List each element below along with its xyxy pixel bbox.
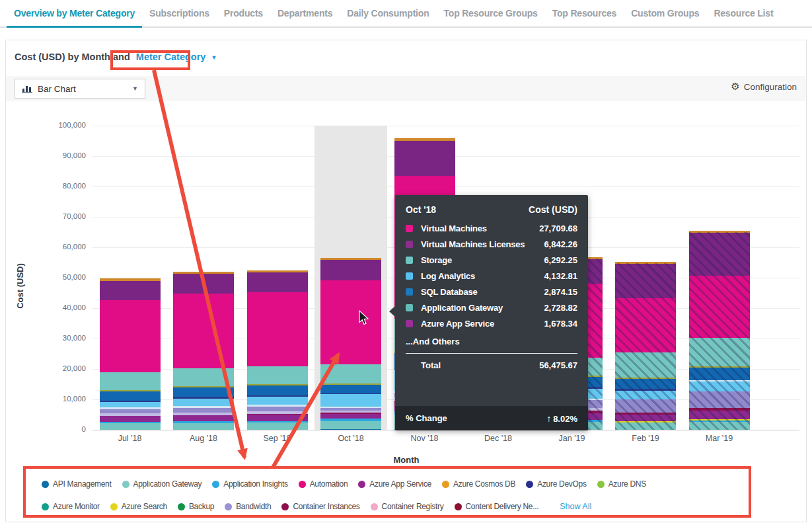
tooltip-row-value: 6,842.26	[544, 239, 577, 249]
tooltip-change-value: 8.02%	[553, 414, 577, 424]
tooltip-change-label: % Change	[406, 413, 447, 423]
legend-row-1: API ManagementApplication GatewayApplica…	[42, 475, 646, 493]
legend-item-label: Azure DNS	[609, 479, 646, 489]
y-tick-label: 20,000	[45, 364, 86, 372]
legend-item-label: Container Registry	[382, 502, 444, 511]
x-tick-aug-18: Aug '18	[174, 434, 233, 443]
legend-swatch-icon	[406, 241, 413, 248]
legend-item-api-management[interactable]: API Management	[42, 479, 112, 489]
tab-top-resources[interactable]: Top Resources	[545, 0, 624, 28]
y-axis-title: Cost (USD)	[15, 247, 25, 326]
legend-item-label: Azure App Service	[369, 479, 431, 489]
x-tick-sep-18: Sep '18	[248, 434, 307, 443]
y-tick-label: 10,000	[45, 395, 86, 403]
x-tick-dec-18: Dec '18	[468, 434, 528, 443]
bar-oct-18[interactable]	[320, 258, 381, 430]
tab-overview-by-meter-category[interactable]: Overview by Meter Category	[7, 0, 142, 28]
bar-jul-18[interactable]	[100, 278, 161, 430]
tooltip-row-virtual-machines: Virtual Machines27,709.68	[395, 220, 588, 236]
tab-top-resource-groups[interactable]: Top Resource Groups	[437, 0, 545, 28]
legend-item-label: Container Instances	[293, 502, 359, 511]
y-tick-label: 60,000	[45, 243, 86, 251]
y-tick-label: 30,000	[45, 334, 86, 342]
tooltip-row-label: Log Analytics	[421, 271, 544, 281]
show-all-link[interactable]: Show All	[560, 502, 591, 511]
tooltip-row-sql-database: SQL Database2,874.15	[395, 284, 588, 300]
legend-item-bandwidth[interactable]: Bandwidth	[225, 502, 271, 511]
tooltip-row-storage: Storage6,292.25	[395, 252, 588, 268]
legend-item-automation[interactable]: Automation	[299, 479, 348, 489]
legend-item-application-insights[interactable]: Application Insights	[212, 479, 287, 489]
tooltip-total-label: Total	[406, 360, 441, 370]
bar-feb-19[interactable]	[615, 262, 676, 430]
y-tick-label: 40,000	[45, 303, 86, 311]
legend-swatch-icon	[406, 304, 413, 311]
legend-dot-icon	[225, 503, 232, 510]
bar-segment-appGateway	[100, 423, 161, 430]
legend-dot-icon	[455, 503, 462, 510]
bar-segment-appGateway	[247, 422, 308, 430]
chevron-down-icon: ▼	[211, 54, 217, 61]
legend-item-container-instances[interactable]: Container Instances	[281, 502, 359, 511]
legend-item-application-gateway[interactable]: Application Gateway	[122, 479, 202, 489]
bar-segment-vmLicenses	[173, 274, 234, 294]
bar-segment-sqlDatabase	[173, 387, 234, 397]
chart-tooltip: Oct '18 Cost (USD) Virtual Machines27,70…	[395, 195, 588, 430]
chart-title: Cost (USD) by Month and Meter Category▼	[15, 52, 217, 62]
tooltip-row-label: Application Gateway	[421, 303, 544, 313]
bar-segment-sqlDatabase	[320, 385, 381, 393]
legend-item-label: Backup	[189, 502, 214, 511]
legend-item-container-registry[interactable]: Container Registry	[371, 502, 444, 511]
bar-sep-18[interactable]	[247, 270, 308, 430]
tooltip-value-header: Cost (USD)	[529, 204, 577, 215]
gear-icon: ⚙	[731, 81, 739, 93]
tab-products[interactable]: Products	[217, 0, 270, 28]
chart-toolbar: Bar Chart ▼ ⚙ Configuration	[6, 76, 806, 101]
tab-resource-list[interactable]: Resource List	[706, 0, 780, 28]
tab-bar: Overview by Meter CategorySubscriptionsP…	[0, 0, 812, 28]
configuration-label: Configuration	[744, 82, 797, 92]
bar-segment-appService	[173, 415, 234, 422]
y-tick-label: 90,000	[45, 151, 86, 159]
legend-item-azure-search[interactable]: Azure Search	[110, 502, 167, 511]
x-tick-feb-19: Feb '19	[616, 434, 675, 443]
meter-category-dropdown[interactable]: Meter Category▼	[136, 52, 217, 62]
bar-segment-storage	[100, 372, 161, 389]
tooltip-row-value: 4,132.81	[544, 271, 577, 281]
tab-departments[interactable]: Departments	[270, 0, 340, 28]
bar-segment-appService	[320, 414, 381, 419]
legend-item-azure-app-service[interactable]: Azure App Service	[358, 479, 431, 489]
tooltip-row-label: Virtual Machines	[421, 223, 539, 233]
legend-item-azure-dns[interactable]: Azure DNS	[597, 479, 646, 489]
legend-dot-icon	[212, 481, 219, 488]
tab-subscriptions[interactable]: Subscriptions	[142, 0, 217, 28]
legend-item-label: Bandwidth	[236, 502, 271, 511]
tooltip-row-value: 1,678.34	[544, 319, 577, 329]
bar-aug-18[interactable]	[173, 272, 234, 430]
tab-custom-groups[interactable]: Custom Groups	[624, 0, 706, 28]
bar-segment-logAnalytics	[320, 394, 381, 407]
bar-segment-storage	[247, 366, 308, 384]
legend-item-content-delivery-ne-[interactable]: Content Delivery Ne...	[455, 502, 539, 511]
chart-type-label: Bar Chart	[38, 84, 132, 94]
legend-item-azure-monitor[interactable]: Azure Monitor	[42, 502, 100, 511]
legend-dot-icon	[42, 503, 49, 510]
bar-segment-vm	[173, 294, 234, 368]
tooltip-row-virtual-machines-licenses: Virtual Machines Licenses6,842.26	[395, 236, 588, 252]
chart-title-prefix: Cost (USD) by Month and	[15, 52, 130, 62]
bar-segment-vm	[100, 300, 161, 372]
configuration-button[interactable]: ⚙ Configuration	[731, 81, 797, 93]
legend-item-label: Automation	[310, 479, 348, 489]
bar-mar-19[interactable]	[689, 231, 750, 430]
tooltip-row-value: 2,874.15	[544, 287, 577, 297]
legend-dot-icon	[442, 481, 449, 488]
x-tick-mar-19: Mar '19	[690, 434, 749, 443]
legend-item-azure-cosmos-db[interactable]: Azure Cosmos DB	[442, 479, 515, 489]
chart-type-select[interactable]: Bar Chart ▼	[15, 79, 145, 99]
bar-segment-storage	[320, 364, 381, 383]
tab-daily-consumption[interactable]: Daily Consumption	[340, 0, 436, 28]
legend-item-backup[interactable]: Backup	[178, 502, 214, 511]
up-arrow-icon: ↑	[546, 413, 551, 424]
y-tick-label: 80,000	[45, 182, 86, 190]
legend-item-azure-devops[interactable]: Azure DevOps	[526, 479, 586, 489]
